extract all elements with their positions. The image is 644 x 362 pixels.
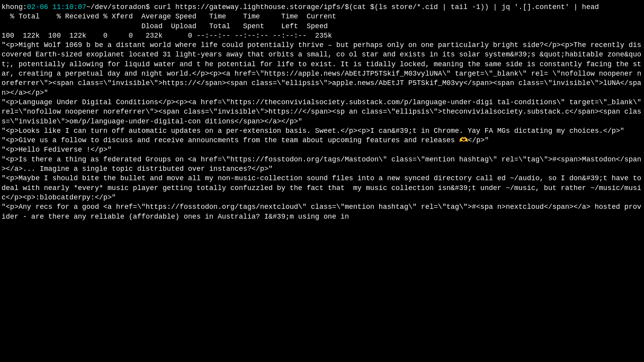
terminal: khong:02-06 11:10:07~/dev/storadon$ curl… (0, 2, 644, 222)
content-line-8: "<p>Any recs for a good <a href=\"https:… (2, 202, 642, 221)
content-line-7: "<p>Maybe I should bite the bullet and m… (2, 174, 642, 202)
curl-subheader-line: Dload Upload Total Spent Left Speed (2, 22, 642, 31)
content-line-3: "<p>Looks like I can turn off automatic … (2, 126, 642, 136)
curl-header-line: % Total % Received % Xferd Average Speed… (2, 12, 642, 21)
timestamp: 02-06 11:10:07 (27, 3, 86, 11)
command: curl https://gateway.lighthouse.storage/… (154, 3, 599, 11)
content-line-4: "<p>Give us a follow to discuss and rece… (2, 136, 642, 145)
username: khong: (2, 3, 27, 11)
prompt-char: $ (146, 3, 154, 11)
prompt-line: khong:02-06 11:10:07~/dev/storadon$ curl… (2, 2, 642, 12)
path: ~/dev/storadon (86, 3, 146, 11)
content-line-2: "<p>Language Under Digital Conditions</p… (2, 98, 642, 126)
content-line-6: "<p>Is there a thing as federated Groups… (2, 155, 642, 174)
content-line-5: "<p>Hello Fediverse !</p>" (2, 145, 642, 154)
content-line-1: "<p>Might Wolf 1069 b be a distant world… (2, 40, 642, 98)
curl-data-line: 100 122k 100 122k 0 0 232k 0 --:--:-- --… (2, 31, 642, 40)
